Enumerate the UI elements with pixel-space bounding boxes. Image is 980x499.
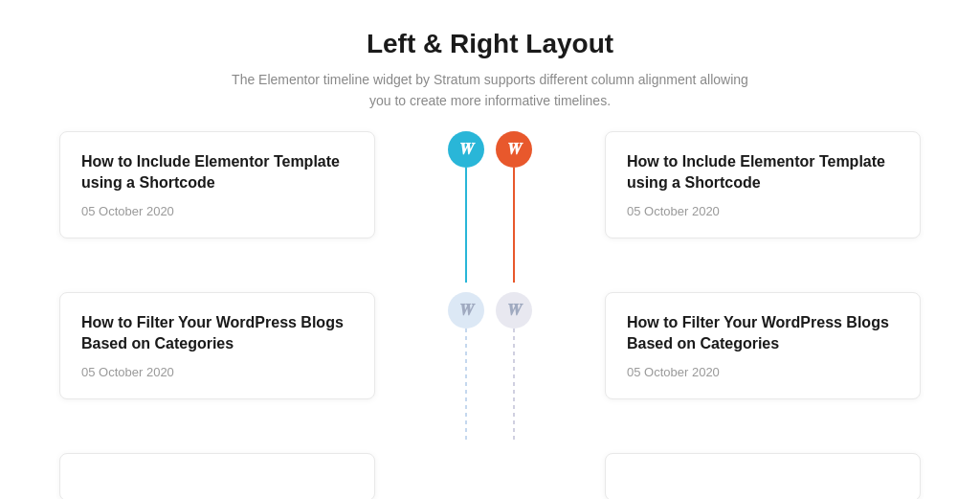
right-icon-2: 𝑾 [496,292,532,329]
left-column-1: How to Include Elementor Template using … [59,131,433,238]
right-card-3-partial [605,453,921,499]
right-icon-wrapper-2: 𝑾 [496,292,532,443]
left-card-1-title: How to Include Elementor Template using … [81,151,353,194]
icons-row-1: 𝑾 𝑾 [433,131,547,283]
wp-icon-left-2: 𝑾 [459,301,474,320]
right-icon-1: 𝑾 [496,131,532,168]
right-card-2-date: 05 October 2020 [627,365,899,379]
timeline-row-3 [59,453,921,499]
left-icon-wrapper-1: 𝑾 [448,131,484,283]
left-icon-line-2 [465,329,467,443]
left-card-1: How to Include Elementor Template using … [59,131,375,238]
right-card-1-date: 05 October 2020 [627,204,899,218]
wp-icon-right-2: 𝑾 [507,301,522,320]
left-icon-wrapper-2: 𝑾 [448,292,484,443]
left-card-3-partial [59,453,375,499]
page-header: Left & Right Layout The Elementor timeli… [222,29,758,112]
left-icon-1: 𝑾 [448,131,484,168]
right-column-3 [547,453,921,499]
center-column-1: 𝑾 𝑾 [433,131,547,283]
left-card-2: How to Filter Your WordPress Blogs Based… [59,292,375,399]
right-column-2: How to Filter Your WordPress Blogs Based… [547,292,921,399]
right-card-2-title: How to Filter Your WordPress Blogs Based… [627,312,899,355]
left-icon-line-1 [465,168,467,283]
timeline-row-1: How to Include Elementor Template using … [59,131,921,283]
left-column-3 [59,453,433,499]
right-icon-line-2 [513,329,515,443]
right-column-1: How to Include Elementor Template using … [547,131,921,238]
left-column-2: How to Filter Your WordPress Blogs Based… [59,292,433,399]
right-card-2: How to Filter Your WordPress Blogs Based… [605,292,921,399]
left-card-2-title: How to Filter Your WordPress Blogs Based… [81,312,353,355]
wp-icon-left-1: 𝑾 [459,140,474,159]
page-subtitle: The Elementor timeline widget by Stratum… [222,69,758,112]
right-card-1-title: How to Include Elementor Template using … [627,151,899,194]
timeline-container: How to Include Elementor Template using … [59,131,921,499]
center-column-2: 𝑾 𝑾 [433,292,547,443]
right-card-1: How to Include Elementor Template using … [605,131,921,238]
icons-row-2: 𝑾 𝑾 [433,292,547,443]
page-title: Left & Right Layout [222,29,758,59]
left-card-1-date: 05 October 2020 [81,204,353,218]
wp-icon-right-1: 𝑾 [507,140,522,159]
left-card-2-date: 05 October 2020 [81,365,353,379]
right-icon-line-1 [513,168,515,283]
right-icon-wrapper-1: 𝑾 [496,131,532,283]
left-icon-2: 𝑾 [448,292,484,329]
timeline-row-2: How to Filter Your WordPress Blogs Based… [59,292,921,443]
